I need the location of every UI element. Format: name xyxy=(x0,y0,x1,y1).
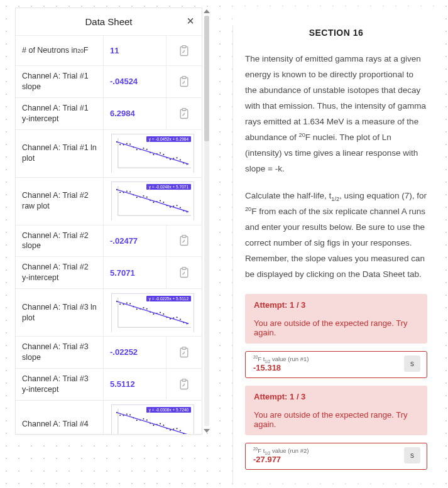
table-row: Channel A: Trial #1 slope -.04524 xyxy=(16,66,202,98)
table-row: Channel A: Trial #1 y-intercept 6.2984 xyxy=(16,98,202,130)
plot-thumbnail[interactable]: y = -0.0225x + 5.5112 xyxy=(111,293,194,332)
row-label: Channel A: Trial #1 ln plot xyxy=(16,130,104,177)
svg-point-15 xyxy=(136,149,138,150)
table-row: Channel A: Trial #1 ln plot y = -0.0452x… xyxy=(16,130,202,178)
svg-rect-89 xyxy=(182,347,186,349)
unit-chip[interactable]: s xyxy=(404,355,420,372)
data-sheet-body: # of Neutrons in 20F 11 Channel A: Trial… xyxy=(16,36,202,434)
plot-thumbnail[interactable]: y = -0.0248x + 5.7071 xyxy=(111,182,194,220)
svg-point-39 xyxy=(129,191,131,192)
svg-rect-3 xyxy=(182,77,186,79)
table-row: Channel A: Trial #3 ln plot y = -0.0225x… xyxy=(16,289,202,337)
svg-point-18 xyxy=(146,149,148,150)
plot-thumbnail[interactable]: y = -0.0308x + 5.7240 xyxy=(111,404,194,434)
svg-point-101 xyxy=(136,420,138,421)
row-plot[interactable]: y = -0.0308x + 5.7240 xyxy=(104,401,202,435)
clipboard-icon[interactable] xyxy=(178,345,190,359)
answer-value[interactable]: -27.977 xyxy=(253,455,404,464)
attempt-message: You are outside of the expected range. T… xyxy=(254,318,418,337)
svg-point-22 xyxy=(160,152,161,153)
data-sheet-title: Data Sheet xyxy=(16,16,202,27)
fit-equation: y = -0.0452x + 6.2984 xyxy=(146,136,191,142)
row-label: Channel A: Trial #4 xyxy=(16,401,104,435)
svg-rect-1 xyxy=(182,45,186,47)
table-row: Channel A: Trial #2 raw plot y = -0.0248… xyxy=(16,178,202,225)
section-paragraph-1: The intensity of emitted gamma rays at a… xyxy=(245,52,427,177)
svg-point-96 xyxy=(119,415,121,416)
data-sheet-header: Data Sheet × xyxy=(16,8,202,36)
svg-point-13 xyxy=(129,143,131,144)
scroll-down-icon[interactable] xyxy=(204,429,210,433)
svg-point-113 xyxy=(176,428,177,429)
table-row: Channel A: Trial #3 slope -.02252 xyxy=(16,337,202,369)
row-label: Channel A: Trial #1 y-intercept xyxy=(16,98,104,129)
row-value: 5.5112 xyxy=(104,369,167,400)
section-paragraph-2: Calculate the half-life, t1/2, using equ… xyxy=(245,188,427,283)
row-action xyxy=(167,257,202,288)
svg-point-23 xyxy=(163,154,164,155)
svg-point-106 xyxy=(153,425,154,426)
row-value: -.02252 xyxy=(104,337,167,368)
clipboard-icon[interactable] xyxy=(178,75,190,89)
svg-point-44 xyxy=(146,197,148,198)
row-plot[interactable]: y = -0.0248x + 5.7071 xyxy=(104,178,202,225)
svg-point-71 xyxy=(136,308,138,310)
table-row: Channel A: Trial #3 y-intercept 5.5112 xyxy=(16,369,202,401)
svg-rect-61 xyxy=(182,268,186,269)
plot-thumbnail[interactable]: y = -0.0452x + 6.2984 xyxy=(111,134,194,173)
svg-point-66 xyxy=(119,303,121,305)
data-sheet-scroll[interactable]: # of Neutrons in 20F 11 Channel A: Trial… xyxy=(16,36,202,434)
answer-block: Attempt: 1 / 3 You are outside of the ex… xyxy=(245,294,427,378)
svg-point-76 xyxy=(153,313,154,314)
row-value: 5.7071 xyxy=(104,257,167,288)
svg-point-54 xyxy=(180,207,181,208)
svg-point-98 xyxy=(126,413,128,415)
answer-input-box[interactable]: 20F t1/2 value (run #2) -27.977 s xyxy=(245,443,427,470)
answers-region: Attempt: 1 / 3 You are outside of the ex… xyxy=(245,294,427,470)
svg-point-99 xyxy=(129,414,131,415)
clipboard-icon[interactable] xyxy=(178,377,190,391)
clipboard-icon[interactable] xyxy=(178,44,190,58)
scrollbar[interactable] xyxy=(203,8,210,434)
row-action xyxy=(167,66,202,97)
table-row: # of Neutrons in 20F 11 xyxy=(16,36,202,66)
row-value: 6.2984 xyxy=(104,98,167,129)
row-plot[interactable]: y = -0.0452x + 6.2984 xyxy=(104,130,202,177)
svg-point-46 xyxy=(153,202,154,203)
answer-value[interactable]: -15.318 xyxy=(253,363,404,372)
attempt-box: Attempt: 1 / 3 You are outside of the ex… xyxy=(245,294,427,344)
scroll-up-icon[interactable] xyxy=(204,9,210,13)
svg-rect-5 xyxy=(182,108,186,110)
svg-point-20 xyxy=(153,154,154,155)
close-icon[interactable]: × xyxy=(187,14,194,27)
svg-point-73 xyxy=(143,306,144,308)
svg-point-38 xyxy=(126,190,128,192)
row-label: Channel A: Trial #3 ln plot xyxy=(16,289,104,336)
svg-point-109 xyxy=(163,425,164,426)
section-title: SECTION 16 xyxy=(245,28,427,38)
clipboard-icon[interactable] xyxy=(178,234,190,247)
answer-label: 20F t1/2 value (run #1) xyxy=(253,355,404,362)
scroll-rail[interactable] xyxy=(204,16,209,426)
scroll-thumb[interactable] xyxy=(204,16,209,141)
row-action xyxy=(167,225,202,257)
clipboard-icon[interactable] xyxy=(178,266,190,279)
svg-point-114 xyxy=(180,430,181,431)
svg-point-74 xyxy=(146,308,148,309)
clipboard-icon[interactable] xyxy=(178,107,190,121)
row-plot[interactable]: y = -0.0225x + 5.5112 xyxy=(104,289,202,336)
fit-equation: y = -0.0225x + 5.5112 xyxy=(146,296,191,301)
svg-point-28 xyxy=(180,159,181,160)
unit-chip[interactable]: s xyxy=(404,447,420,464)
attempt-counter: Attempt: 1 / 3 xyxy=(254,300,418,310)
row-label: # of Neutrons in 20F xyxy=(16,36,104,65)
row-label: Channel A: Trial #1 slope xyxy=(16,66,104,97)
svg-point-10 xyxy=(119,144,121,145)
svg-point-68 xyxy=(126,302,128,303)
svg-point-69 xyxy=(129,303,131,304)
row-action xyxy=(167,36,202,65)
row-value: 11 xyxy=(104,36,167,65)
answer-input-box[interactable]: 20F t1/2 value (run #1) -15.318 s xyxy=(245,351,427,378)
attempt-message: You are outside of the expected range. T… xyxy=(254,410,418,429)
svg-point-78 xyxy=(160,312,161,313)
